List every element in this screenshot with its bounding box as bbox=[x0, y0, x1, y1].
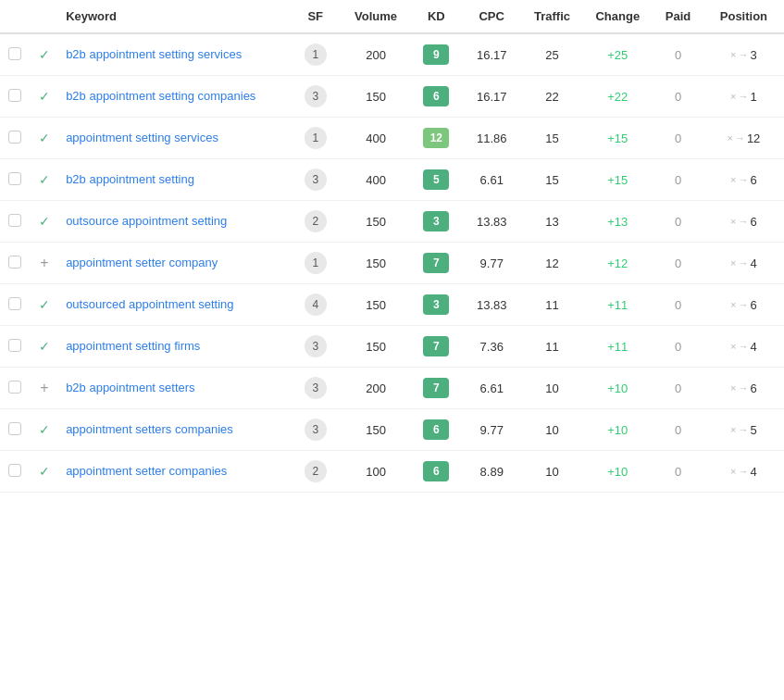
sf-badge: 2 bbox=[305, 210, 327, 232]
arrow-icon: → bbox=[739, 49, 749, 60]
arrow-icon: → bbox=[739, 257, 749, 269]
header-keyword[interactable]: Keyword bbox=[58, 0, 290, 33]
paid-cell: 0 bbox=[675, 131, 681, 145]
change-value: +15 bbox=[607, 173, 628, 187]
change-value: +10 bbox=[607, 423, 628, 437]
keyword-link[interactable]: appointment setting services bbox=[66, 131, 218, 144]
row-checkbox[interactable] bbox=[8, 422, 21, 435]
position-cell: ×→4 bbox=[711, 256, 777, 270]
traffic-cell: 11 bbox=[522, 326, 582, 368]
table-header-row: Keyword SF Volume KD CPC Traffic Change … bbox=[0, 0, 784, 33]
keyword-link[interactable]: outsourced appointment setting bbox=[66, 297, 233, 311]
header-kd[interactable]: KD bbox=[411, 0, 461, 33]
keyword-link[interactable]: b2b appointment setting bbox=[66, 172, 194, 186]
kd-badge: 7 bbox=[423, 253, 449, 273]
cpc-cell: 13.83 bbox=[462, 284, 522, 326]
header-traffic[interactable]: Traffic bbox=[522, 0, 582, 33]
check-icon: ✓ bbox=[39, 47, 50, 62]
paid-cell: 0 bbox=[675, 173, 681, 187]
change-value: +15 bbox=[607, 131, 628, 145]
keyword-link[interactable]: b2b appointment setters bbox=[66, 381, 194, 394]
header-position[interactable]: Position bbox=[703, 0, 784, 33]
traffic-cell: 13 bbox=[522, 201, 582, 243]
keyword-link[interactable]: appointment setter company bbox=[66, 256, 218, 269]
kd-badge: 6 bbox=[423, 86, 449, 106]
traffic-cell: 10 bbox=[522, 409, 582, 451]
paid-cell: 0 bbox=[675, 381, 681, 395]
cross-icon: × bbox=[730, 91, 736, 102]
position-number: 6 bbox=[751, 381, 757, 395]
check-icon: ✓ bbox=[39, 131, 50, 145]
check-icon: ✓ bbox=[39, 89, 50, 104]
position-cell: ×→4 bbox=[711, 465, 777, 479]
traffic-cell: 10 bbox=[522, 451, 582, 493]
change-value: +12 bbox=[607, 256, 628, 270]
change-value: +22 bbox=[607, 90, 628, 104]
arrow-icon: → bbox=[739, 91, 749, 102]
cpc-cell: 16.17 bbox=[462, 33, 522, 76]
keyword-link[interactable]: appointment setting firms bbox=[66, 339, 200, 353]
row-checkbox[interactable] bbox=[8, 297, 21, 310]
header-change[interactable]: Change bbox=[582, 0, 653, 33]
position-cell: ×→6 bbox=[711, 298, 777, 312]
row-checkbox[interactable] bbox=[8, 464, 21, 477]
table-row: +b2b appointment setters320076.6110+100×… bbox=[0, 368, 784, 409]
row-checkbox[interactable] bbox=[8, 381, 21, 394]
paid-cell: 0 bbox=[675, 256, 681, 270]
arrow-icon: → bbox=[739, 341, 749, 352]
check-icon: ✓ bbox=[39, 297, 50, 312]
cross-icon: × bbox=[730, 466, 736, 477]
position-number: 6 bbox=[751, 298, 757, 312]
volume-cell: 150 bbox=[341, 409, 411, 451]
table-row: ✓b2b appointment setting services1200916… bbox=[0, 33, 784, 76]
cross-icon: × bbox=[730, 174, 736, 185]
cross-icon: × bbox=[730, 424, 736, 435]
position-number: 4 bbox=[751, 340, 757, 354]
table-row: ✓appointment setting firms315077.3611+11… bbox=[0, 326, 784, 368]
header-sf[interactable]: SF bbox=[291, 0, 341, 33]
kd-badge: 7 bbox=[423, 378, 449, 398]
plus-icon: + bbox=[40, 380, 48, 395]
volume-cell: 150 bbox=[341, 76, 411, 118]
change-value: +25 bbox=[607, 48, 628, 62]
header-checkbox bbox=[0, 0, 31, 33]
header-cpc[interactable]: CPC bbox=[462, 0, 522, 33]
change-value: +10 bbox=[607, 465, 628, 479]
header-volume[interactable]: Volume bbox=[341, 0, 411, 33]
traffic-cell: 15 bbox=[522, 118, 582, 159]
paid-cell: 0 bbox=[675, 90, 681, 104]
header-paid[interactable]: Paid bbox=[653, 0, 703, 33]
traffic-cell: 15 bbox=[522, 159, 582, 201]
row-checkbox[interactable] bbox=[8, 256, 21, 269]
keyword-link[interactable]: appointment setters companies bbox=[66, 422, 233, 436]
check-icon: ✓ bbox=[39, 214, 50, 229]
volume-cell: 400 bbox=[341, 118, 411, 159]
volume-cell: 200 bbox=[341, 33, 411, 76]
cross-icon: × bbox=[730, 49, 736, 60]
position-cell: ×→12 bbox=[711, 131, 777, 145]
position-cell: ×→6 bbox=[711, 381, 777, 395]
row-checkbox[interactable] bbox=[8, 89, 21, 102]
cross-icon: × bbox=[730, 341, 736, 352]
table-row: ✓appointment setting services14001211.86… bbox=[0, 118, 784, 159]
cpc-cell: 6.61 bbox=[462, 159, 522, 201]
table-row: ✓b2b appointment setting companies315061… bbox=[0, 76, 784, 118]
volume-cell: 100 bbox=[341, 451, 411, 493]
position-cell: ×→4 bbox=[711, 340, 777, 354]
position-cell: ×→1 bbox=[711, 90, 777, 104]
table-row: ✓appointment setters companies315069.771… bbox=[0, 409, 784, 451]
row-checkbox[interactable] bbox=[8, 47, 21, 60]
sf-badge: 3 bbox=[305, 377, 327, 399]
row-checkbox[interactable] bbox=[8, 214, 21, 227]
keyword-link[interactable]: outsource appointment setting bbox=[66, 214, 227, 228]
keyword-link[interactable]: appointment setter companies bbox=[66, 464, 227, 478]
keyword-link[interactable]: b2b appointment setting services bbox=[66, 47, 242, 61]
position-number: 1 bbox=[751, 90, 757, 104]
arrow-icon: → bbox=[739, 174, 749, 185]
keyword-link[interactable]: b2b appointment setting companies bbox=[66, 89, 255, 103]
row-checkbox[interactable] bbox=[8, 131, 21, 144]
row-checkbox[interactable] bbox=[8, 172, 21, 185]
kd-badge: 3 bbox=[423, 211, 449, 231]
row-checkbox[interactable] bbox=[8, 339, 21, 352]
sf-badge: 2 bbox=[305, 460, 327, 482]
